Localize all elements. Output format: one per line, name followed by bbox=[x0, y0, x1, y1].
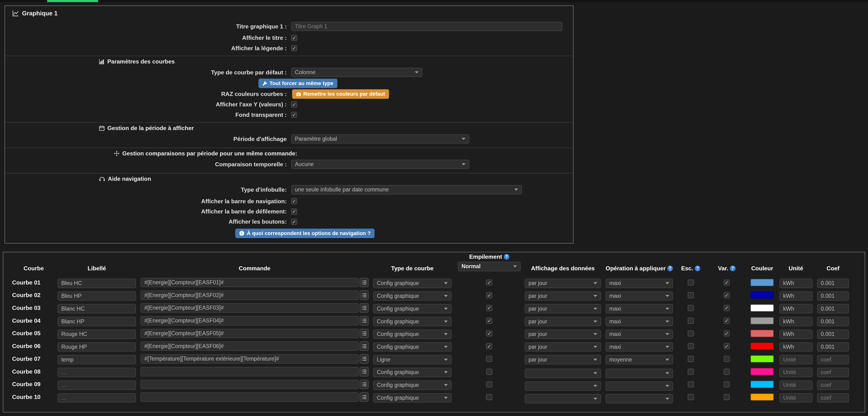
color-swatch[interactable] bbox=[750, 368, 774, 375]
help-icon[interactable] bbox=[730, 265, 735, 271]
esc-checkbox[interactable] bbox=[688, 330, 694, 337]
data-display-select[interactable]: par jour bbox=[525, 355, 601, 364]
unit-input[interactable] bbox=[779, 304, 812, 313]
show-legend-checkbox[interactable] bbox=[291, 45, 297, 52]
help-icon[interactable] bbox=[695, 265, 700, 271]
curve-command-input[interactable] bbox=[141, 278, 359, 287]
color-swatch[interactable] bbox=[750, 317, 774, 324]
esc-checkbox[interactable] bbox=[688, 394, 694, 400]
curve-label-input[interactable] bbox=[58, 381, 136, 390]
data-display-select[interactable]: par jour bbox=[525, 317, 601, 326]
curve-type-select[interactable]: Config graphique bbox=[373, 317, 452, 326]
display-period-select[interactable]: Paramètre global bbox=[291, 134, 469, 144]
curve-label-input[interactable] bbox=[58, 329, 136, 339]
operation-select[interactable]: maxi bbox=[606, 329, 673, 339]
operation-select[interactable]: maxi bbox=[606, 317, 673, 326]
navigation-options-info-button[interactable]: À quoi correspondent les options de navi… bbox=[235, 229, 375, 238]
data-display-select[interactable] bbox=[525, 394, 601, 404]
curve-type-select[interactable]: Ligne bbox=[373, 355, 452, 364]
stack-checkbox[interactable] bbox=[486, 305, 492, 311]
esc-checkbox[interactable] bbox=[688, 280, 694, 286]
curve-type-select[interactable]: Config graphique bbox=[373, 368, 452, 377]
command-picker-button[interactable] bbox=[360, 329, 368, 338]
coef-input[interactable] bbox=[817, 393, 849, 403]
curve-type-select[interactable]: Config graphique bbox=[373, 304, 452, 313]
color-swatch[interactable] bbox=[750, 305, 774, 312]
graph-title-input[interactable] bbox=[291, 22, 562, 31]
curve-label-input[interactable] bbox=[58, 368, 136, 377]
show-title-checkbox[interactable] bbox=[291, 35, 297, 41]
stack-checkbox[interactable] bbox=[486, 356, 492, 362]
curve-command-input[interactable] bbox=[141, 380, 359, 389]
var-checkbox[interactable] bbox=[724, 318, 730, 324]
operation-select[interactable]: maxi bbox=[606, 291, 673, 301]
curve-label-input[interactable] bbox=[58, 342, 136, 352]
command-picker-button[interactable] bbox=[360, 392, 368, 402]
esc-checkbox[interactable] bbox=[688, 318, 694, 324]
coef-input[interactable] bbox=[817, 279, 849, 288]
var-checkbox[interactable] bbox=[724, 343, 730, 349]
var-checkbox[interactable] bbox=[724, 381, 730, 388]
esc-checkbox[interactable] bbox=[688, 305, 694, 311]
coef-input[interactable] bbox=[817, 355, 849, 364]
curve-label-input[interactable] bbox=[58, 304, 136, 313]
operation-select[interactable]: maxi bbox=[606, 279, 673, 288]
curve-label-input[interactable] bbox=[58, 317, 136, 326]
curve-type-select[interactable]: Config graphique bbox=[373, 329, 452, 339]
unit-input[interactable] bbox=[779, 368, 812, 377]
var-checkbox[interactable] bbox=[724, 280, 730, 286]
coef-input[interactable] bbox=[817, 291, 849, 301]
unit-input[interactable] bbox=[779, 393, 812, 403]
command-picker-button[interactable] bbox=[360, 316, 368, 325]
var-checkbox[interactable] bbox=[724, 369, 730, 375]
color-swatch[interactable] bbox=[750, 343, 774, 350]
curve-command-input[interactable] bbox=[141, 341, 359, 351]
stack-checkbox[interactable] bbox=[486, 330, 492, 337]
esc-checkbox[interactable] bbox=[688, 356, 694, 362]
unit-input[interactable] bbox=[779, 342, 812, 352]
curve-command-input[interactable] bbox=[141, 392, 359, 402]
esc-checkbox[interactable] bbox=[688, 292, 694, 298]
curve-type-select[interactable]: Config graphique bbox=[373, 342, 452, 352]
command-picker-button[interactable] bbox=[360, 303, 368, 313]
coef-input[interactable] bbox=[817, 317, 849, 326]
data-display-select[interactable] bbox=[525, 369, 601, 378]
esc-checkbox[interactable] bbox=[688, 381, 694, 388]
esc-checkbox[interactable] bbox=[688, 343, 694, 349]
data-display-select[interactable]: par jour bbox=[525, 279, 601, 288]
curve-type-select[interactable]: Config graphique bbox=[373, 279, 452, 288]
var-checkbox[interactable] bbox=[724, 330, 730, 337]
curve-command-input[interactable] bbox=[141, 354, 359, 364]
curve-command-input[interactable] bbox=[141, 290, 359, 300]
data-display-select[interactable]: par jour bbox=[525, 329, 601, 339]
unit-input[interactable] bbox=[779, 291, 812, 301]
coef-input[interactable] bbox=[817, 304, 849, 313]
help-icon[interactable] bbox=[668, 265, 673, 271]
operation-select[interactable]: maxi bbox=[606, 342, 673, 352]
curve-command-input[interactable] bbox=[141, 329, 359, 338]
color-swatch[interactable] bbox=[750, 279, 774, 286]
coef-input[interactable] bbox=[817, 342, 849, 352]
color-swatch[interactable] bbox=[750, 292, 774, 299]
stack-checkbox[interactable] bbox=[486, 394, 492, 400]
active-tab-indicator[interactable] bbox=[47, 0, 98, 2]
show-scrollbar-checkbox[interactable] bbox=[291, 209, 297, 215]
help-icon[interactable] bbox=[504, 254, 509, 259]
operation-select[interactable]: maxi bbox=[606, 304, 673, 313]
force-same-type-button[interactable]: Tout forcer au même type bbox=[258, 78, 337, 88]
operation-select[interactable] bbox=[606, 381, 673, 391]
color-swatch[interactable] bbox=[750, 330, 774, 337]
command-picker-button[interactable] bbox=[360, 367, 368, 377]
stack-checkbox[interactable] bbox=[486, 292, 492, 298]
data-display-select[interactable] bbox=[525, 381, 601, 391]
tooltip-type-select[interactable]: une seule infobulle par date commune bbox=[291, 185, 522, 194]
empilement-select[interactable]: Normal bbox=[458, 262, 521, 271]
color-swatch[interactable] bbox=[750, 393, 774, 401]
operation-select[interactable] bbox=[606, 394, 673, 404]
data-display-select[interactable]: par jour bbox=[525, 304, 601, 313]
color-swatch[interactable] bbox=[750, 355, 774, 362]
unit-input[interactable] bbox=[779, 329, 812, 339]
curve-label-input[interactable] bbox=[58, 279, 136, 288]
curve-label-input[interactable] bbox=[58, 393, 136, 403]
color-swatch[interactable] bbox=[750, 381, 774, 388]
